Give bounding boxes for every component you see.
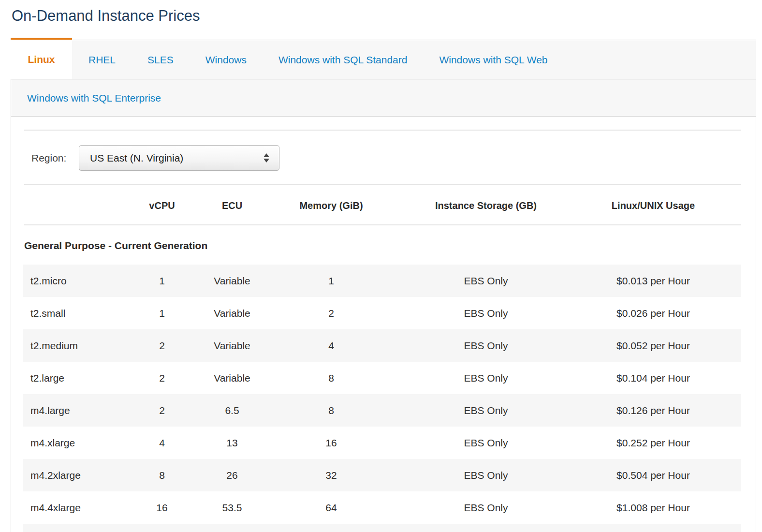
updown-arrows-icon xyxy=(264,153,269,163)
region-label: Region: xyxy=(31,145,66,171)
cell-value: EBS Only xyxy=(406,275,566,287)
cell-value: $0.013 per Hour xyxy=(566,275,741,287)
table-row: t2.small1Variable2EBS Only$0.026 per Hou… xyxy=(23,297,741,329)
arrow-down-icon xyxy=(264,159,269,163)
cell-instance-type: t2.small xyxy=(23,308,116,319)
cell-value: $0.052 per Hour xyxy=(566,340,741,352)
tab-windows[interactable]: Windows xyxy=(190,40,263,79)
cell-value: 6.5 xyxy=(208,405,256,416)
table-row: m4.xlarge41316EBS Only$0.252 per Hour xyxy=(23,427,741,459)
tab-row-2: Windows with SQL Enterprise xyxy=(11,79,756,117)
cell-instance-type: t2.large xyxy=(23,372,116,384)
tab-rhel[interactable]: RHEL xyxy=(73,40,132,79)
header-vcpu: vCPU xyxy=(116,200,208,211)
cell-value: EBS Only xyxy=(406,308,566,319)
cell-value: 1 xyxy=(116,275,208,287)
cell-value: EBS Only xyxy=(406,470,566,481)
cell-value: 26 xyxy=(208,470,256,481)
cell-instance-type: m4.large xyxy=(23,405,116,416)
divider xyxy=(24,130,741,131)
tab-label: Windows xyxy=(205,54,247,66)
cell-value: 53.5 xyxy=(208,502,256,514)
cell-value: 16 xyxy=(116,502,208,514)
header-instance-storage: Instance Storage (GB) xyxy=(406,200,566,211)
cell-value: 4 xyxy=(116,437,208,449)
cell-value: EBS Only xyxy=(406,340,566,352)
cell-instance-type: m4.4xlarge xyxy=(23,502,116,514)
divider xyxy=(24,224,741,225)
tab-windows-with-sql-web[interactable]: Windows with SQL Web xyxy=(423,40,563,79)
tab-label: SLES xyxy=(147,54,174,66)
cell-value: Variable xyxy=(208,275,256,287)
tab-label: Windows with SQL Enterprise xyxy=(27,92,161,104)
cell-value: EBS Only xyxy=(406,437,566,449)
cell-value: Variable xyxy=(208,340,256,352)
tab-row-1: LinuxRHELSLESWindowsWindows with SQL Sta… xyxy=(11,40,756,79)
header-memory: Memory (GiB) xyxy=(256,200,406,211)
cell-value: Variable xyxy=(208,308,256,319)
cell-value: 2 xyxy=(116,340,208,352)
os-tabstrip: LinuxRHELSLESWindowsWindows with SQL Sta… xyxy=(11,40,756,117)
cell-value: $0.104 per Hour xyxy=(566,372,741,384)
cell-value: EBS Only xyxy=(406,502,566,514)
table-row: m4.2xlarge82632EBS Only$0.504 per Hour xyxy=(23,459,741,491)
cell-value: 8 xyxy=(256,405,406,416)
cell-value: $0.252 per Hour xyxy=(566,437,741,449)
tab-label: RHEL xyxy=(88,54,116,66)
cell-instance-type: m4.xlarge xyxy=(23,437,116,449)
cell-value: 2 xyxy=(256,308,406,319)
cell-value: 64 xyxy=(256,502,406,514)
cell-value: $0.504 per Hour xyxy=(566,470,741,481)
tab-linux[interactable]: Linux xyxy=(11,38,72,79)
table-row: t2.micro1Variable1EBS Only$0.013 per Hou… xyxy=(23,265,741,297)
page-title: On-Demand Instance Prices xyxy=(12,5,200,27)
cell-value: 8 xyxy=(256,372,406,384)
cell-value: 32 xyxy=(256,470,406,481)
cell-value: 8 xyxy=(116,470,208,481)
tab-windows-with-sql-enterprise[interactable]: Windows with SQL Enterprise xyxy=(11,80,177,117)
cell-value: Variable xyxy=(208,372,256,384)
cell-value: 13 xyxy=(208,437,256,449)
header-ecu: ECU xyxy=(208,200,256,211)
cell-value: $0.126 per Hour xyxy=(566,405,741,416)
cell-instance-type: t2.micro xyxy=(23,275,116,287)
table-row: m4.large26.58EBS Only$0.126 per Hour xyxy=(23,394,741,427)
cell-value: EBS Only xyxy=(406,405,566,416)
table-header-row: vCPU ECU Memory (GiB) Instance Storage (… xyxy=(23,190,741,222)
tab-label: Windows with SQL Web xyxy=(439,54,547,66)
tab-label: Linux xyxy=(28,54,55,65)
arrow-up-icon xyxy=(264,153,269,157)
region-select[interactable]: US East (N. Virginia) xyxy=(79,145,279,171)
divider xyxy=(24,184,741,185)
table-row: m4.4xlarge1653.564EBS Only$1.008 per Hou… xyxy=(23,491,741,524)
cell-value: 2 xyxy=(116,405,208,416)
table-row-partial xyxy=(23,524,741,532)
cell-value: 1 xyxy=(116,308,208,319)
panel-right-border xyxy=(756,116,756,532)
table-body: t2.micro1Variable1EBS Only$0.013 per Hou… xyxy=(23,265,741,524)
region-selected-value: US East (N. Virginia) xyxy=(79,152,264,164)
cell-value: EBS Only xyxy=(406,372,566,384)
cell-value: $1.008 per Hour xyxy=(566,502,741,514)
tab-sles[interactable]: SLES xyxy=(132,40,190,79)
cell-value: 1 xyxy=(256,275,406,287)
cell-instance-type: t2.medium xyxy=(23,340,116,352)
cell-value: 4 xyxy=(256,340,406,352)
cell-value: 16 xyxy=(256,437,406,449)
cell-value: 2 xyxy=(116,372,208,384)
header-linux-unix-usage: Linux/UNIX Usage xyxy=(566,200,741,211)
tab-windows-with-sql-standard[interactable]: Windows with SQL Standard xyxy=(263,40,424,79)
tab-label: Windows with SQL Standard xyxy=(278,54,408,66)
pricing-page: On-Demand Instance Prices LinuxRHELSLESW… xyxy=(0,0,762,532)
table-row: t2.large2Variable8EBS Only$0.104 per Hou… xyxy=(23,362,741,394)
section-title: General Purpose - Current Generation xyxy=(24,240,207,251)
cell-value: $0.026 per Hour xyxy=(566,308,741,319)
cell-instance-type: m4.2xlarge xyxy=(23,470,116,481)
panel-left-border xyxy=(11,116,11,532)
table-row: t2.medium2Variable4EBS Only$0.052 per Ho… xyxy=(23,329,741,362)
